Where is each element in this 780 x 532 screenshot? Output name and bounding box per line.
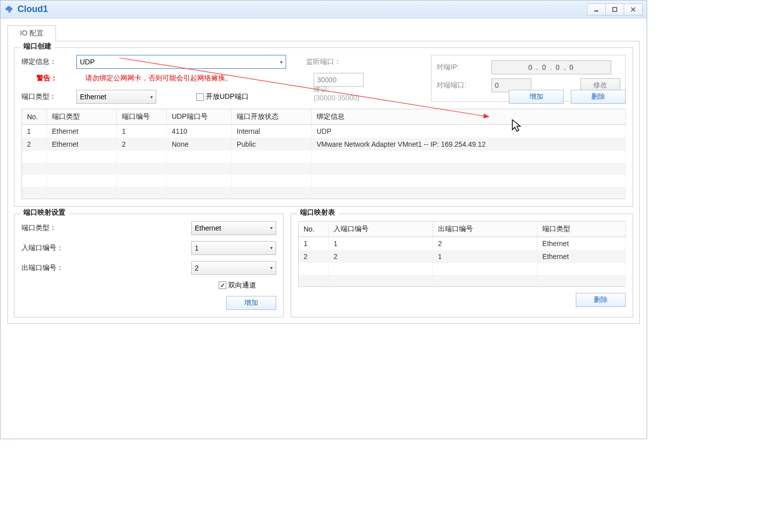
minimize-button[interactable] (587, 3, 606, 15)
window-title: Cloud1 (17, 4, 587, 14)
select-port-type-value: Ethernet (80, 93, 106, 101)
label-warning: 警告： (21, 74, 76, 83)
select-in-port[interactable]: 1 ▾ (191, 241, 276, 255)
label-in-port: 入端口编号： (21, 244, 81, 253)
delete-mapping-button[interactable]: 删除 (576, 293, 626, 307)
select-map-port-type[interactable]: Ethernet ▾ (191, 221, 276, 235)
table-row (22, 163, 626, 175)
port-list-table: No. 端口类型 端口编号 UDP端口号 端口开放状态 绑定信息 1 Ether… (21, 109, 626, 199)
column-header[interactable]: 端口编号 (117, 109, 167, 125)
label-out-port: 出端口编号： (21, 264, 81, 272)
table-row (22, 175, 626, 187)
delete-port-button[interactable]: 删除 (571, 90, 626, 104)
column-header[interactable]: No. (299, 221, 329, 237)
mapping-table: No. 入端口编号 出端口编号 端口类型 1 1 2 Ethernet (298, 221, 626, 287)
chevron-down-icon: ▾ (150, 94, 153, 100)
column-header[interactable]: 端口类型 (537, 221, 626, 237)
add-mapping-button[interactable]: 增加 (226, 296, 276, 310)
table-row[interactable]: 1 Ethernet 1 4110 Internal UDP (22, 125, 626, 138)
titlebar[interactable]: Cloud1 (0, 0, 647, 18)
label-bind-info: 绑定信息： (21, 57, 76, 66)
table-row[interactable]: 2 2 1 Ethernet (299, 250, 626, 263)
chevron-down-icon: ▾ (280, 59, 283, 65)
tab-io-config[interactable]: IO 配置 (7, 25, 56, 41)
select-bind-info-value: UDP (80, 58, 95, 66)
legend-port-create: 端口创建 (20, 42, 54, 51)
legend-map-table: 端口映射表 (297, 208, 338, 217)
fieldset-port-create: 端口创建 对端IP: 0 . 0 . 0 . 0 对端端口: 0 修改 (14, 47, 633, 207)
label-open-udp: 开放UDP端口 (206, 92, 249, 101)
app-window: Cloud1 IO 配置 端口创建 对端IP: 0 . 0 . 0 . 0 对端… (0, 0, 647, 439)
table-row[interactable]: 1 1 2 Ethernet (299, 237, 626, 250)
column-header[interactable]: 端口开放状态 (232, 109, 312, 125)
app-icon (4, 4, 14, 14)
column-header[interactable]: 出端口编号 (433, 221, 537, 237)
fieldset-map-setting: 端口映射设置 端口类型： Ethernet ▾ 入端口编号： 1 (14, 214, 284, 317)
column-header[interactable]: 绑定信息 (312, 109, 626, 125)
select-out-port[interactable]: 2 ▾ (191, 261, 276, 275)
close-button[interactable] (624, 3, 643, 15)
label-port-type: 端口类型： (21, 92, 76, 101)
maximize-button[interactable] (605, 3, 624, 15)
column-header[interactable]: 入端口编号 (329, 221, 433, 237)
table-row (22, 151, 626, 163)
column-header[interactable]: No. (22, 109, 47, 125)
chevron-down-icon: ▾ (270, 265, 273, 270)
chevron-down-icon: ▾ (270, 225, 273, 231)
checkbox-open-udp[interactable] (196, 93, 204, 101)
table-row[interactable]: 2 Ethernet 2 None Public VMware Network … (22, 138, 626, 151)
table-row (299, 275, 626, 287)
label-map-port-type: 端口类型： (21, 224, 81, 233)
table-header-row: No. 端口类型 端口编号 UDP端口号 端口开放状态 绑定信息 (22, 109, 626, 125)
text-warning: 请勿绑定公网网卡，否则可能会引起网络瘫痪。 (85, 74, 232, 83)
chevron-down-icon: ▾ (270, 245, 273, 251)
table-row (299, 263, 626, 275)
select-bind-info[interactable]: UDP ▾ (76, 55, 286, 69)
select-port-type[interactable]: Ethernet ▾ (76, 90, 156, 104)
checkbox-bidirectional[interactable] (219, 281, 226, 289)
tab-panel: 端口创建 对端IP: 0 . 0 . 0 . 0 对端端口: 0 修改 (7, 41, 640, 324)
svg-rect-1 (613, 7, 617, 11)
table-header-row: No. 入端口编号 出端口编号 端口类型 (299, 221, 626, 237)
label-listen-port: 监听端口： (306, 57, 341, 66)
column-header[interactable]: UDP端口号 (167, 109, 232, 125)
legend-map-setting: 端口映射设置 (20, 208, 68, 217)
label-bidirectional: 双向通道 (228, 281, 256, 290)
add-port-button[interactable]: 增加 (509, 90, 564, 104)
table-row (22, 187, 626, 199)
fieldset-map-table: 端口映射表 No. 入端口编号 出端口编号 端口类型 1 1 (291, 214, 633, 317)
column-header[interactable]: 端口类型 (47, 109, 117, 125)
